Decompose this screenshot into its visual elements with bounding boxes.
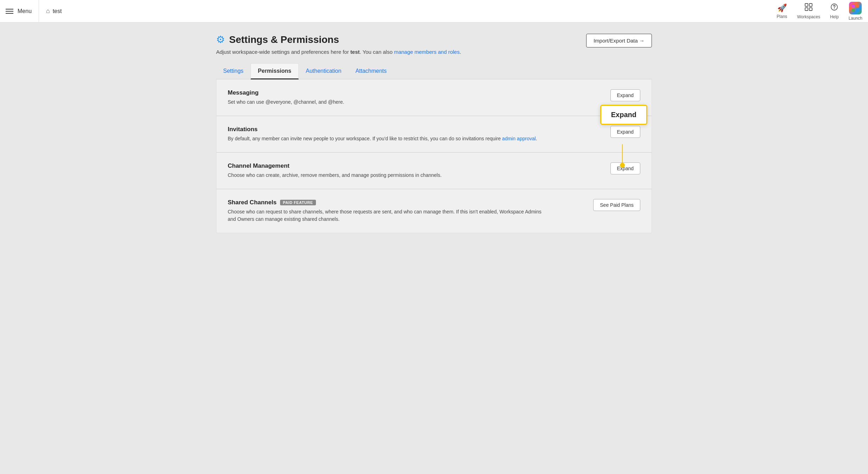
launch-icon [849, 2, 862, 14]
svg-point-5 [834, 8, 835, 9]
svg-rect-3 [809, 8, 812, 11]
svg-rect-7 [856, 5, 859, 7]
subtitle-workspace: test [350, 49, 360, 55]
tab-authentication[interactable]: Authentication [299, 63, 348, 79]
callout-dot [620, 163, 625, 168]
plans-icon: 🚀 [777, 4, 787, 13]
nav-left: Menu [6, 0, 39, 22]
channel-management-expand-button[interactable]: Expand [610, 162, 640, 174]
shared-channels-content: Shared Channels PAID FEATURE Choose who … [228, 199, 585, 223]
launch-label: Launch [849, 16, 862, 21]
home-icon: ⌂ [46, 7, 50, 15]
tabs-bar: Settings Permissions Authentication Atta… [216, 63, 652, 79]
subtitle-pre: Adjust workspace-wide settings and prefe… [216, 49, 350, 55]
page-header-left: ⚙ Settings & Permissions Adjust workspac… [216, 34, 461, 55]
workspaces-nav-item[interactable]: Workspaces [797, 3, 820, 19]
channel-management-desc: Choose who can create, archive, remove m… [228, 172, 544, 179]
workspace-name: test [53, 8, 62, 14]
tab-permissions[interactable]: Permissions [251, 63, 299, 79]
invitations-section: Invitations By default, any member can i… [216, 116, 652, 153]
shared-channels-title-text: Shared Channels [228, 199, 277, 206]
invitations-desc-end: . [536, 136, 537, 141]
main-content: ⚙ Settings & Permissions Adjust workspac… [202, 23, 666, 244]
plans-label: Plans [777, 14, 787, 19]
help-label: Help [830, 14, 839, 19]
channel-management-content: Channel Management Choose who can create… [228, 162, 602, 179]
manage-members-link[interactable]: manage members and roles [394, 49, 460, 55]
help-nav-item[interactable]: Help [830, 3, 839, 19]
workspaces-icon [805, 3, 812, 13]
workspace-nav: ⌂ test [39, 7, 62, 15]
page-title-row: ⚙ Settings & Permissions [216, 34, 461, 45]
shared-channels-section: Shared Channels PAID FEATURE Choose who … [216, 189, 652, 233]
page-subtitle: Adjust workspace-wide settings and prefe… [216, 49, 461, 55]
invitations-desc-text: By default, any member can invite new pe… [228, 136, 502, 141]
permissions-panel: Messaging Set who can use @everyone, @ch… [216, 79, 652, 233]
admin-approval-link[interactable]: admin approval [502, 136, 536, 141]
svg-rect-2 [805, 8, 808, 11]
invitations-title: Invitations [228, 126, 602, 133]
channel-management-header: Channel Management Choose who can create… [228, 162, 640, 179]
svg-rect-1 [809, 4, 812, 6]
menu-button[interactable] [6, 9, 13, 14]
tab-settings[interactable]: Settings [216, 63, 251, 79]
tab-attachments[interactable]: Attachments [348, 63, 394, 79]
shared-channels-desc: Choose who can request to share channels… [228, 208, 544, 223]
invitations-content: Invitations By default, any member can i… [228, 126, 602, 142]
invitations-desc: By default, any member can invite new pe… [228, 135, 544, 142]
menu-label: Menu [18, 8, 32, 14]
top-navigation: Menu ⌂ test 🚀 Plans Workspaces [0, 0, 868, 23]
launch-nav-item[interactable]: Launch [849, 2, 862, 21]
page-header: ⚙ Settings & Permissions Adjust workspac… [216, 34, 652, 55]
svg-rect-9 [856, 9, 859, 12]
messaging-expand-button[interactable]: Expand [610, 89, 640, 101]
paid-feature-badge: PAID FEATURE [280, 200, 316, 205]
invitations-expand-button[interactable]: Expand [610, 126, 640, 138]
channel-management-title: Channel Management [228, 162, 602, 169]
shared-channels-title: Shared Channels PAID FEATURE [228, 199, 585, 206]
gear-icon: ⚙ [216, 34, 225, 45]
messaging-section: Messaging Set who can use @everyone, @ch… [216, 79, 652, 116]
plans-nav-item[interactable]: 🚀 Plans [777, 4, 787, 19]
subtitle-end: . [460, 49, 461, 55]
messaging-content: Messaging Set who can use @everyone, @ch… [228, 89, 602, 106]
invitations-expand-wrapper: Expand Expand [602, 126, 640, 138]
page-title: Settings & Permissions [229, 34, 339, 45]
help-icon [830, 3, 838, 13]
invitations-section-header: Invitations By default, any member can i… [228, 126, 640, 142]
see-paid-plans-button[interactable]: See Paid Plans [593, 199, 640, 211]
messaging-section-header: Messaging Set who can use @everyone, @ch… [228, 89, 640, 106]
callout-connector-line [622, 144, 623, 164]
messaging-title: Messaging [228, 89, 602, 96]
svg-rect-6 [852, 5, 855, 7]
shared-channels-header: Shared Channels PAID FEATURE Choose who … [228, 199, 640, 223]
messaging-desc: Set who can use @everyone, @channel, and… [228, 98, 544, 106]
subtitle-mid: . You can also [360, 49, 394, 55]
workspaces-label: Workspaces [797, 14, 820, 19]
nav-right: 🚀 Plans Workspaces H [777, 2, 862, 21]
svg-rect-0 [805, 4, 808, 6]
channel-management-section: Channel Management Choose who can create… [216, 153, 652, 189]
import-export-button[interactable]: Import/Export Data → [586, 34, 652, 47]
svg-rect-8 [852, 9, 855, 12]
